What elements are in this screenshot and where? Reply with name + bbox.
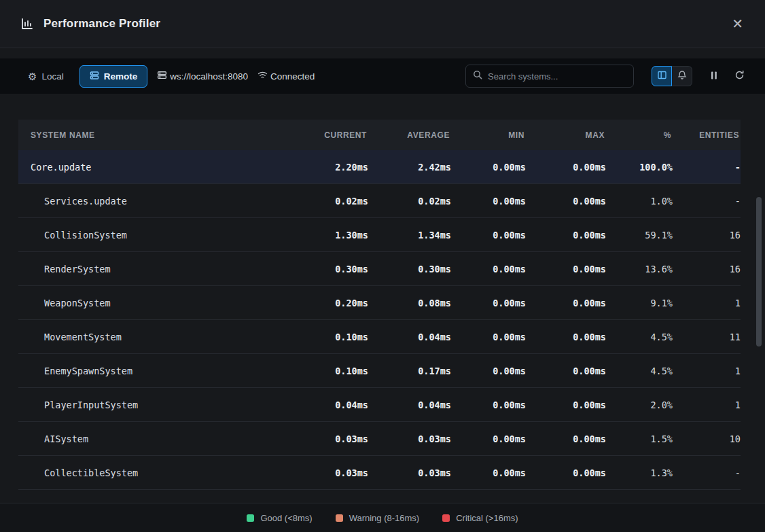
average-cell: 0.08ms [368,298,451,308]
refresh-button[interactable] [732,66,747,86]
scrollbar-thumb[interactable] [756,197,762,347]
entities-cell: 1 [673,366,741,376]
current-cell: 0.03ms [292,433,368,444]
vertical-scrollbar[interactable] [755,196,762,532]
column-header-entities[interactable]: ENTITIES [673,130,741,140]
max-cell: 0.00ms [526,264,606,274]
page-title: Performance Profiler [43,17,160,31]
min-cell: 0.00ms [451,366,526,376]
column-header-average[interactable]: AVERAGE [368,130,451,140]
connection-info: ws://localhost:8080 Connected [157,70,315,82]
legend-label-good: Good (<8ms) [260,513,312,523]
column-header-percent[interactable]: % [606,130,673,140]
profiler-window: Performance Profiler ✕ ⚙ Local Remote [0,0,765,532]
percent-cell: 59.1% [606,230,673,241]
column-header-current[interactable]: CURRENT [292,130,368,140]
table-header-row: SYSTEM NAME CURRENT AVERAGE MIN MAX % EN… [18,120,741,150]
title-bar: Performance Profiler ✕ [0,0,765,48]
search-input[interactable] [488,71,626,82]
average-cell: 0.04ms [368,400,451,410]
current-cell: 0.03ms [292,467,368,478]
wifi-icon [257,71,268,82]
current-cell: 0.10ms [292,366,368,376]
average-cell: 0.04ms [368,332,451,342]
current-cell: 0.10ms [292,332,368,342]
search-icon [473,70,482,82]
local-mode-label: Local [41,71,63,82]
min-cell: 0.00ms [451,400,526,410]
current-cell: 0.02ms [292,196,368,207]
entities-cell: - [673,467,741,478]
legend-item-critical: Critical (>16ms) [442,513,518,523]
entities-cell: 16 [673,230,741,241]
percent-cell: 2.0% [606,400,673,410]
max-cell: 0.00ms [526,298,606,308]
table-row[interactable]: CollisionSystem1.30ms1.34ms0.00ms0.00ms5… [18,218,741,252]
max-cell: 0.00ms [526,230,606,241]
column-header-min[interactable]: MIN [451,130,526,140]
min-cell: 0.00ms [451,467,526,478]
current-cell: 2.20ms [292,162,368,173]
system-name-cell: RenderSystem [18,264,292,274]
pause-button[interactable] [707,66,721,86]
percent-cell: 4.5% [606,366,673,376]
average-cell: 0.17ms [368,366,451,376]
legend-item-warning: Warning (8-16ms) [336,513,420,523]
percent-cell: 13.6% [606,264,673,274]
system-name-cell: CollisionSystem [18,230,292,241]
table-body: Core.update2.20ms2.42ms0.00ms0.00ms100.0… [18,150,741,490]
toolbar: ⚙ Local Remote [0,58,765,94]
current-cell: 0.04ms [292,400,368,410]
average-cell: 0.03ms [368,467,451,478]
table-row[interactable]: PlayerInputSystem0.04ms0.04ms0.00ms0.00m… [18,388,741,422]
min-cell: 0.00ms [451,230,526,241]
max-cell: 0.00ms [526,400,606,410]
max-cell: 0.00ms [526,196,606,207]
local-mode-button[interactable]: ⚙ Local [18,66,74,87]
pause-icon [710,71,718,82]
table-row[interactable]: Services.update0.02ms0.02ms0.00ms0.00ms1… [18,184,741,218]
server-icon [157,70,167,82]
average-cell: 0.30ms [368,264,451,274]
entities-cell: - [673,196,741,207]
notifications-button[interactable] [672,66,692,86]
remote-mode-label: Remote [104,71,138,82]
table-row[interactable]: WeaponSystem0.20ms0.08ms0.00ms0.00ms9.1%… [18,286,741,320]
average-cell: 0.02ms [368,196,451,207]
max-cell: 0.00ms [526,366,606,376]
table-row[interactable]: Core.update2.20ms2.42ms0.00ms0.00ms100.0… [18,150,741,184]
column-header-max[interactable]: MAX [526,130,606,140]
main-content: SYSTEM NAME CURRENT AVERAGE MIN MAX % EN… [0,94,765,532]
table-row[interactable]: MovementSystem0.10ms0.04ms0.00ms0.00ms4.… [18,320,741,354]
toolbar-icon-buttons [652,66,747,86]
connection-status-text: Connected [270,71,315,82]
close-icon[interactable]: ✕ [728,13,747,35]
system-name-cell: Services.update [18,196,292,207]
average-cell: 2.42ms [368,162,451,173]
table-row[interactable]: CollectibleSystem0.03ms0.03ms0.00ms0.00m… [18,456,741,490]
system-name-cell: Core.update [18,162,292,173]
percent-cell: 9.1% [606,298,673,308]
max-cell: 0.00ms [526,332,606,342]
column-header-system-name[interactable]: SYSTEM NAME [18,130,292,140]
table-view-button[interactable] [652,66,672,86]
average-cell: 0.03ms [368,433,451,444]
system-name-cell: PlayerInputSystem [18,400,292,410]
table-row[interactable]: EnemySpawnSystem0.10ms0.17ms0.00ms0.00ms… [18,354,741,388]
average-cell: 1.34ms [368,230,451,241]
entities-cell: 10 [673,433,741,444]
percent-cell: 1.0% [606,196,673,207]
percent-cell: 4.5% [606,332,673,342]
current-cell: 0.20ms [292,298,368,308]
entities-cell: 1 [673,400,741,410]
max-cell: 0.00ms [526,162,606,173]
table-row[interactable]: RenderSystem0.30ms0.30ms0.00ms0.00ms13.6… [18,252,741,286]
status-legend: Good (<8ms) Warning (8-16ms) Critical (>… [0,503,765,532]
remote-mode-button[interactable]: Remote [79,65,148,88]
table-row[interactable]: AISystem0.03ms0.03ms0.00ms0.00ms1.5%10 [18,422,741,456]
critical-swatch-icon [442,514,450,522]
min-cell: 0.00ms [451,162,526,173]
system-name-cell: AISystem [18,433,292,444]
min-cell: 0.00ms [451,332,526,342]
ws-url-text: ws://localhost:8080 [170,71,248,82]
